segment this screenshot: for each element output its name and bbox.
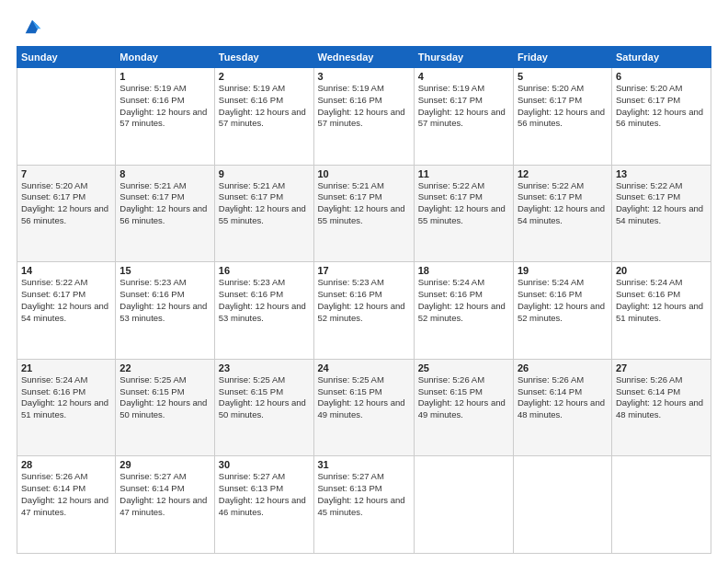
- day-info: Sunrise: 5:27 AMSunset: 6:13 PMDaylight:…: [318, 471, 410, 518]
- day-info: Sunrise: 5:25 AMSunset: 6:15 PMDaylight:…: [318, 374, 410, 421]
- calendar-day-cell: 27Sunrise: 5:26 AMSunset: 6:14 PMDayligh…: [611, 359, 711, 456]
- day-number: 29: [119, 459, 210, 470]
- calendar-day-cell: 6Sunrise: 5:20 AMSunset: 6:17 PMDaylight…: [611, 68, 711, 166]
- day-number: 20: [616, 265, 707, 276]
- logo: [17, 17, 42, 37]
- day-info: Sunrise: 5:25 AMSunset: 6:15 PMDaylight:…: [119, 374, 210, 421]
- day-number: 11: [418, 168, 509, 179]
- day-number: 30: [219, 459, 310, 470]
- calendar-day-cell: 11Sunrise: 5:22 AMSunset: 6:17 PMDayligh…: [414, 165, 513, 262]
- day-number: 25: [418, 362, 509, 373]
- calendar-day-cell: [611, 456, 711, 554]
- day-number: 9: [219, 168, 310, 179]
- day-info: Sunrise: 5:26 AMSunset: 6:14 PMDaylight:…: [21, 471, 111, 518]
- calendar-day-cell: 22Sunrise: 5:25 AMSunset: 6:15 PMDayligh…: [116, 359, 214, 456]
- weekday-header: Saturday: [611, 47, 711, 68]
- day-number: 28: [21, 459, 111, 470]
- day-info: Sunrise: 5:23 AMSunset: 6:16 PMDaylight:…: [119, 277, 210, 324]
- day-number: 13: [616, 168, 707, 179]
- day-info: Sunrise: 5:27 AMSunset: 6:13 PMDaylight:…: [219, 471, 310, 518]
- calendar-day-cell: 13Sunrise: 5:22 AMSunset: 6:17 PMDayligh…: [611, 165, 711, 262]
- calendar-week-row: 7Sunrise: 5:20 AMSunset: 6:17 PMDaylight…: [17, 165, 711, 262]
- calendar-day-cell: 21Sunrise: 5:24 AMSunset: 6:16 PMDayligh…: [17, 359, 116, 456]
- calendar-day-cell: 19Sunrise: 5:24 AMSunset: 6:16 PMDayligh…: [513, 262, 611, 360]
- day-info: Sunrise: 5:26 AMSunset: 6:15 PMDaylight:…: [418, 374, 509, 421]
- calendar-day-cell: [513, 456, 611, 554]
- page: SundayMondayTuesdayWednesdayThursdayFrid…: [0, 0, 728, 563]
- day-info: Sunrise: 5:26 AMSunset: 6:14 PMDaylight:…: [616, 374, 707, 421]
- day-number: 2: [219, 71, 310, 82]
- calendar-table: SundayMondayTuesdayWednesdayThursdayFrid…: [17, 46, 711, 554]
- calendar-week-row: 21Sunrise: 5:24 AMSunset: 6:16 PMDayligh…: [17, 359, 711, 456]
- day-number: 4: [418, 71, 509, 82]
- day-number: 27: [616, 362, 707, 373]
- day-number: 31: [318, 459, 410, 470]
- day-number: 5: [518, 71, 608, 82]
- weekday-header: Thursday: [414, 47, 513, 68]
- day-number: 12: [518, 168, 608, 179]
- weekday-header: Tuesday: [214, 47, 313, 68]
- calendar-day-cell: 10Sunrise: 5:21 AMSunset: 6:17 PMDayligh…: [313, 165, 414, 262]
- calendar-day-cell: 4Sunrise: 5:19 AMSunset: 6:17 PMDaylight…: [414, 68, 513, 166]
- calendar-week-row: 1Sunrise: 5:19 AMSunset: 6:16 PMDaylight…: [17, 68, 711, 166]
- calendar-week-row: 28Sunrise: 5:26 AMSunset: 6:14 PMDayligh…: [17, 456, 711, 554]
- calendar-day-cell: 16Sunrise: 5:23 AMSunset: 6:16 PMDayligh…: [214, 262, 313, 360]
- calendar-day-cell: 29Sunrise: 5:27 AMSunset: 6:14 PMDayligh…: [116, 456, 214, 554]
- calendar-day-cell: 20Sunrise: 5:24 AMSunset: 6:16 PMDayligh…: [611, 262, 711, 360]
- day-number: 17: [318, 265, 410, 276]
- calendar-day-cell: 15Sunrise: 5:23 AMSunset: 6:16 PMDayligh…: [116, 262, 214, 360]
- day-info: Sunrise: 5:26 AMSunset: 6:14 PMDaylight:…: [518, 374, 608, 421]
- day-number: 8: [119, 168, 210, 179]
- day-info: Sunrise: 5:24 AMSunset: 6:16 PMDaylight:…: [21, 374, 111, 421]
- day-info: Sunrise: 5:19 AMSunset: 6:16 PMDaylight:…: [219, 83, 310, 130]
- calendar-day-cell: 9Sunrise: 5:21 AMSunset: 6:17 PMDaylight…: [214, 165, 313, 262]
- day-info: Sunrise: 5:22 AMSunset: 6:17 PMDaylight:…: [616, 180, 707, 227]
- weekday-header: Sunday: [17, 47, 116, 68]
- day-info: Sunrise: 5:19 AMSunset: 6:17 PMDaylight:…: [418, 83, 509, 130]
- day-info: Sunrise: 5:22 AMSunset: 6:17 PMDaylight:…: [518, 180, 608, 227]
- day-info: Sunrise: 5:27 AMSunset: 6:14 PMDaylight:…: [119, 471, 210, 518]
- logo-icon: [22, 17, 42, 37]
- day-number: 24: [318, 362, 410, 373]
- calendar-day-cell: 28Sunrise: 5:26 AMSunset: 6:14 PMDayligh…: [17, 456, 116, 554]
- day-number: 19: [518, 265, 608, 276]
- header: [17, 17, 711, 37]
- day-info: Sunrise: 5:22 AMSunset: 6:17 PMDaylight:…: [21, 277, 111, 324]
- calendar-day-cell: 8Sunrise: 5:21 AMSunset: 6:17 PMDaylight…: [116, 165, 214, 262]
- calendar-week-row: 14Sunrise: 5:22 AMSunset: 6:17 PMDayligh…: [17, 262, 711, 360]
- day-info: Sunrise: 5:23 AMSunset: 6:16 PMDaylight:…: [318, 277, 410, 324]
- day-info: Sunrise: 5:20 AMSunset: 6:17 PMDaylight:…: [21, 180, 111, 227]
- day-info: Sunrise: 5:21 AMSunset: 6:17 PMDaylight:…: [219, 180, 310, 227]
- day-number: 6: [616, 71, 707, 82]
- day-info: Sunrise: 5:19 AMSunset: 6:16 PMDaylight:…: [119, 83, 210, 130]
- day-number: 18: [418, 265, 509, 276]
- day-info: Sunrise: 5:19 AMSunset: 6:16 PMDaylight:…: [318, 83, 410, 130]
- calendar-day-cell: 30Sunrise: 5:27 AMSunset: 6:13 PMDayligh…: [214, 456, 313, 554]
- day-number: 26: [518, 362, 608, 373]
- weekday-header: Wednesday: [313, 47, 414, 68]
- calendar-day-cell: 5Sunrise: 5:20 AMSunset: 6:17 PMDaylight…: [513, 68, 611, 166]
- day-number: 1: [119, 71, 210, 82]
- day-number: 16: [219, 265, 310, 276]
- day-info: Sunrise: 5:24 AMSunset: 6:16 PMDaylight:…: [518, 277, 608, 324]
- day-info: Sunrise: 5:20 AMSunset: 6:17 PMDaylight:…: [616, 83, 707, 130]
- day-info: Sunrise: 5:21 AMSunset: 6:17 PMDaylight:…: [119, 180, 210, 227]
- calendar-day-cell: 2Sunrise: 5:19 AMSunset: 6:16 PMDaylight…: [214, 68, 313, 166]
- day-info: Sunrise: 5:21 AMSunset: 6:17 PMDaylight:…: [318, 180, 410, 227]
- calendar-day-cell: 23Sunrise: 5:25 AMSunset: 6:15 PMDayligh…: [214, 359, 313, 456]
- day-number: 22: [119, 362, 210, 373]
- day-number: 15: [119, 265, 210, 276]
- calendar-day-cell: [17, 68, 116, 166]
- day-number: 10: [318, 168, 410, 179]
- calendar-day-cell: 31Sunrise: 5:27 AMSunset: 6:13 PMDayligh…: [313, 456, 414, 554]
- weekday-header: Friday: [513, 47, 611, 68]
- calendar-day-cell: 1Sunrise: 5:19 AMSunset: 6:16 PMDaylight…: [116, 68, 214, 166]
- calendar-day-cell: 26Sunrise: 5:26 AMSunset: 6:14 PMDayligh…: [513, 359, 611, 456]
- calendar-day-cell: 25Sunrise: 5:26 AMSunset: 6:15 PMDayligh…: [414, 359, 513, 456]
- day-number: 7: [21, 168, 111, 179]
- day-number: 14: [21, 265, 111, 276]
- weekday-header-row: SundayMondayTuesdayWednesdayThursdayFrid…: [17, 47, 711, 68]
- day-number: 21: [21, 362, 111, 373]
- weekday-header: Monday: [116, 47, 214, 68]
- calendar-day-cell: 12Sunrise: 5:22 AMSunset: 6:17 PMDayligh…: [513, 165, 611, 262]
